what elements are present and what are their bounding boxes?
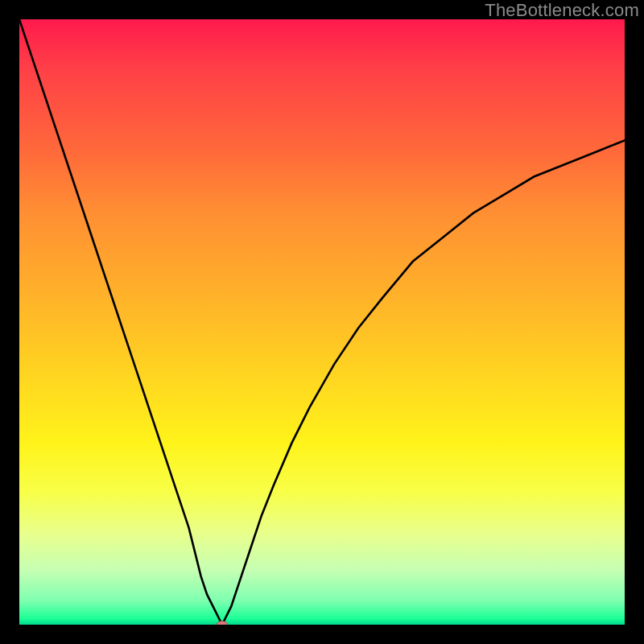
chart-frame: TheBottleneck.com: [0, 0, 644, 644]
plot-area: [19, 19, 625, 625]
bottleneck-curve: [19, 19, 625, 625]
curve-svg: [19, 19, 625, 625]
optimum-marker: [217, 621, 228, 625]
watermark-text: TheBottleneck.com: [485, 0, 639, 21]
